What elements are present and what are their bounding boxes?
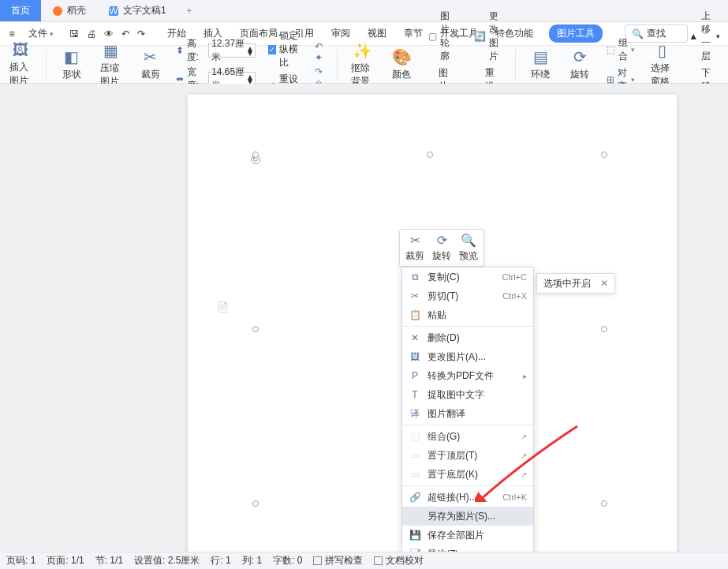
ctx-item[interactable]: ⧉复制(C)Ctrl+C [402,268,533,286]
close-icon[interactable]: ✕ [600,278,608,289]
group-icon: ⬚ [607,44,615,55]
checkbox-icon [313,556,322,565]
crop-icon: ✂ [410,233,420,248]
status-pages[interactable]: 页面: 1/1 [47,554,84,567]
checkbox-icon [374,556,383,565]
ribbon: 🖼插入图片 ◧形状 ▦压缩图片 ✂裁剪 ⬍ 高度: 12.37厘米▴▾ ⬌ 宽度… [0,46,728,84]
ctx-label: 图片翻译 [427,407,527,421]
change-pic-button[interactable]: 🔄更改图片 [472,9,504,64]
selection-pane-button[interactable]: ▯选择窗格 [648,39,676,90]
up-layer-icon: ▲ [689,31,698,42]
tab-document[interactable]: W 文字文稿1 [97,0,177,21]
status-page[interactable]: 页码: 1 [6,554,35,567]
rotate-left-button[interactable]: ↶ ✦ [313,40,326,64]
ctx-icon: ▭ [409,469,421,480]
svg-text:W: W [109,6,118,17]
ctx-item[interactable]: P转换为PDF文件▸ [402,366,533,385]
tip-popup: 选项中开启 ✕ [536,273,615,294]
new-tab-button[interactable]: ＋ [177,0,201,21]
tab-home[interactable]: 首页 [0,0,41,21]
resize-handle-ne[interactable] [601,152,607,158]
ctx-label: 组合(G) [427,430,514,444]
width-icon: ⬌ [176,73,184,84]
crop-button[interactable]: ✂裁剪 [136,46,165,83]
status-row[interactable]: 行: 1 [211,554,230,567]
ctx-item[interactable]: 📝题注(Z)... [402,545,533,552]
print-icon[interactable]: 🖨 [87,28,96,39]
resize-handle-se[interactable] [601,500,607,507]
lock-aspect-checkbox[interactable]: ✓锁定纵横比 [267,28,302,70]
compress-button[interactable]: ▦压缩图片 [97,39,125,90]
resize-handle-nw[interactable] [252,152,259,158]
shape-button[interactable]: ◧形状 [58,46,86,83]
rotate-icon: ⟳ [573,47,587,66]
rotate-button[interactable]: ⟳旋转 [566,46,594,83]
ctx-item[interactable]: 另存为图片(S)... [402,507,533,526]
status-spellcheck[interactable]: 拼写检查 [313,554,363,567]
ctx-item[interactable]: 🖼更改图片(A)... [402,347,533,366]
height-input[interactable]: 12.37厘米▴▾ [208,43,256,58]
menu-section[interactable]: 章节 [402,24,424,43]
status-section[interactable]: 节: 1/1 [95,554,123,567]
ctx-icon: 💾 [409,530,421,541]
ctx-icon: ⧉ [409,271,421,283]
resize-handle-w[interactable] [252,326,259,332]
ctx-item[interactable]: ✕删除(D) [402,328,533,347]
ctx-item[interactable]: 译图片翻译 [402,404,533,423]
height-icon: ⬍ [176,45,184,56]
redo-icon[interactable]: ↷ [137,28,145,39]
status-col[interactable]: 列: 1 [242,554,262,567]
ctx-item[interactable]: 📋粘贴 [402,305,533,324]
undo-icon[interactable]: ↶ [121,28,129,39]
status-proofing[interactable]: 文档校对 [374,554,424,567]
insert-picture-button[interactable]: 🖼插入图片 [6,39,35,89]
color-button[interactable]: 🎨颜色 [387,46,416,83]
mini-crop-button[interactable]: ✂裁剪 [401,233,428,263]
mini-rotate-button[interactable]: ⟳旋转 [428,233,455,263]
ctx-icon: ✕ [409,332,421,343]
print-preview-icon[interactable]: 👁 [104,28,114,39]
ctx-item[interactable]: 🔗超链接(H)...Ctrl+K [402,488,533,507]
change-icon: 🔄 [474,31,486,42]
ctx-label: 另存为图片(S)... [427,510,527,523]
document-canvas[interactable]: ↻ 📄 ✂裁剪 ⟳旋转 🔍预览 ⧉复制(C)Ctrl+C✂剪切(T)Ctrl+X… [0,84,728,552]
ctx-icon: 📋 [409,309,421,320]
wrap-button[interactable]: ▤环绕 [526,46,554,83]
docer-icon [52,6,63,17]
ctx-label: 超链接(H)... [427,491,496,504]
selection-icon: ▯ [658,41,666,60]
ctx-icon: 译 [409,407,421,421]
context-menu: ⧉复制(C)Ctrl+C✂剪切(T)Ctrl+X📋粘贴✕删除(D)🖼更改图片(A… [401,267,534,552]
resize-handle-sw[interactable] [252,500,259,507]
status-chars[interactable]: 字数: 0 [273,554,302,567]
remove-bg-button[interactable]: ✨抠除背景 [348,39,376,90]
hamburger-icon[interactable]: ≡ [6,28,17,39]
svg-point-0 [53,6,62,16]
ctx-icon: 🖼 [409,351,421,362]
bring-forward-button[interactable]: ▲上移一层▾ [687,9,722,64]
save-icon[interactable]: 🖫 [69,28,79,39]
tab-docer[interactable]: 稻壳 [41,0,97,21]
outline-button[interactable]: ▢图片轮廓▾ [427,9,461,64]
ctx-label: 提取图中文字 [427,388,527,402]
mini-preview-button[interactable]: 🔍预览 [455,233,482,263]
resize-handle-n[interactable] [427,152,433,158]
group-button[interactable]: ⬚组合▾ [605,36,637,64]
height-label: 高度: [187,37,206,64]
mini-toolbar: ✂裁剪 ⟳旋转 🔍预览 [399,229,484,267]
ctx-icon: T [409,389,421,400]
document-tabbar: 首页 稻壳 W 文字文稿1 ＋ [0,0,728,22]
ctx-icon: ✂ [409,290,421,301]
palette-icon: 🎨 [392,47,412,66]
ctx-item: ▭置于底层(K)↗ [402,465,533,484]
crop-icon: ✂ [144,47,157,66]
ctx-icon: ▭ [409,450,421,461]
ctx-label: 更改图片(A)... [427,350,527,364]
ctx-label: 置于顶层(T) [427,449,514,462]
ctx-item[interactable]: 💾保存全部图片 [402,526,533,545]
status-setting[interactable]: 设置值: 2.5厘米 [134,554,200,567]
ctx-item[interactable]: T提取图中文字 [402,385,533,404]
menu-picture-tools[interactable]: 图片工具 [549,24,603,43]
ctx-item[interactable]: ✂剪切(T)Ctrl+X [402,286,533,305]
resize-handle-e[interactable] [601,326,607,332]
